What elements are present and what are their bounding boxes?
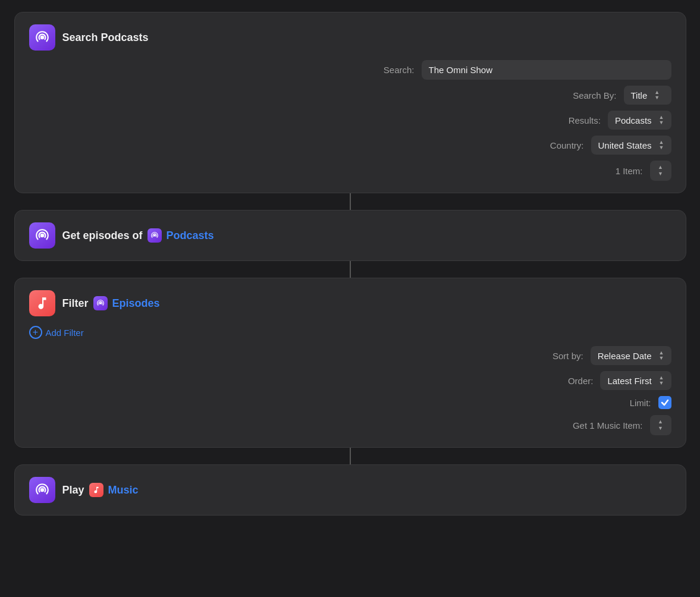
play-inline-music-icon bbox=[89, 483, 103, 497]
search-by-row: Search By: Title ▲ ▼ bbox=[29, 86, 671, 105]
order-label: Order: bbox=[522, 376, 593, 386]
get-episodes-inline-icon bbox=[147, 228, 162, 243]
podcasts-icon bbox=[34, 30, 50, 45]
item-row: 1 Item: ▲ ▼ bbox=[29, 161, 671, 181]
filter-form: Sort by: Release Date ▲ ▼ Order: Latest … bbox=[29, 346, 671, 435]
search-by-label: Search By: bbox=[545, 90, 617, 100]
connector-1 bbox=[350, 193, 351, 210]
results-label: Results: bbox=[529, 115, 601, 125]
search-podcasts-card: Search Podcasts Search: Search By: Title… bbox=[14, 12, 686, 193]
filter-app-icon bbox=[29, 290, 55, 316]
limit-checkbox[interactable] bbox=[658, 396, 671, 409]
play-podcasts-icon bbox=[34, 482, 50, 498]
filter-inline-podcasts-icon bbox=[93, 296, 108, 310]
results-row: Results: Podcasts ▲ ▼ bbox=[29, 111, 671, 130]
country-row: Country: United States ▲ ▼ bbox=[29, 136, 671, 155]
order-row: Order: Latest First ▲ ▼ bbox=[29, 371, 671, 390]
workflow-container: Search Podcasts Search: Search By: Title… bbox=[14, 12, 686, 516]
play-app-icon bbox=[29, 477, 55, 503]
stepper-up-icon: ▲ bbox=[658, 164, 663, 171]
filter-inline-icon-svg bbox=[96, 299, 105, 307]
svg-point-0 bbox=[40, 36, 44, 40]
filter-music-icon bbox=[34, 296, 50, 311]
connector-3 bbox=[350, 448, 351, 464]
sort-by-row: Sort by: Release Date ▲ ▼ bbox=[29, 346, 671, 365]
filter-header: Filter Episodes bbox=[29, 290, 671, 316]
get-episodes-app-icon bbox=[29, 222, 55, 249]
get-music-item-label: Get 1 Music Item: bbox=[572, 420, 643, 431]
get-episodes-card: Get episodes of Podcasts bbox=[14, 210, 686, 261]
search-podcasts-form: Search: Search By: Title ▲ ▼ Results: Po… bbox=[29, 60, 671, 181]
search-podcasts-title: Search Podcasts bbox=[62, 32, 149, 44]
country-chevrons: ▲ ▼ bbox=[659, 140, 664, 150]
item-label: 1 Item: bbox=[572, 166, 643, 176]
get-music-item-stepper[interactable]: ▲ ▼ bbox=[650, 415, 671, 435]
get-episodes-title: Get episodes of Podcasts bbox=[62, 228, 214, 243]
search-podcasts-header: Search Podcasts bbox=[29, 24, 671, 51]
sort-by-chevrons: ▲ ▼ bbox=[659, 350, 664, 361]
country-label: Country: bbox=[513, 140, 584, 150]
play-card: Play Music bbox=[14, 464, 686, 516]
order-chevrons: ▲ ▼ bbox=[659, 375, 664, 386]
music-stepper-down-icon: ▼ bbox=[658, 425, 663, 432]
get-episodes-podcasts-icon bbox=[34, 228, 50, 243]
search-by-chevrons: ▲ ▼ bbox=[654, 90, 660, 100]
results-select[interactable]: Podcasts ▲ ▼ bbox=[608, 111, 671, 130]
get-episodes-header: Get episodes of Podcasts bbox=[29, 222, 671, 249]
limit-row: Limit: bbox=[29, 396, 671, 409]
search-label: Search: bbox=[343, 65, 415, 75]
svg-point-4 bbox=[40, 488, 44, 492]
search-by-select[interactable]: Title ▲ ▼ bbox=[624, 86, 671, 105]
play-inline-icon-svg bbox=[92, 486, 101, 494]
filter-card: Filter Episodes + Add Filter Sort by: bbox=[14, 278, 686, 448]
add-filter-icon: + bbox=[29, 326, 42, 339]
play-header: Play Music bbox=[29, 477, 671, 503]
search-row: Search: bbox=[29, 60, 671, 80]
limit-label: Limit: bbox=[580, 398, 651, 408]
get-episodes-inline-podcasts-icon bbox=[150, 231, 159, 240]
podcasts-app-icon bbox=[29, 24, 55, 51]
get-music-item-row: Get 1 Music Item: ▲ ▼ bbox=[29, 415, 671, 435]
country-select[interactable]: United States ▲ ▼ bbox=[591, 136, 671, 155]
svg-point-2 bbox=[153, 234, 156, 237]
order-select[interactable]: Latest First ▲ ▼ bbox=[600, 371, 671, 390]
svg-point-1 bbox=[40, 234, 44, 238]
sort-by-label: Sort by: bbox=[512, 351, 583, 361]
checkmark-icon bbox=[661, 398, 669, 407]
add-filter-row: + Add Filter bbox=[29, 326, 671, 339]
search-input[interactable] bbox=[422, 60, 671, 80]
svg-point-3 bbox=[99, 302, 102, 304]
play-title: Play Music bbox=[62, 483, 139, 497]
music-stepper-up-icon: ▲ bbox=[658, 419, 663, 425]
item-stepper[interactable]: ▲ ▼ bbox=[650, 161, 671, 181]
results-chevrons: ▲ ▼ bbox=[659, 115, 664, 125]
sort-by-select[interactable]: Release Date ▲ ▼ bbox=[591, 346, 671, 365]
add-filter-button[interactable]: + Add Filter bbox=[29, 326, 84, 339]
filter-title: Filter Episodes bbox=[62, 296, 160, 310]
connector-2 bbox=[350, 261, 351, 278]
stepper-down-icon: ▼ bbox=[658, 171, 663, 177]
